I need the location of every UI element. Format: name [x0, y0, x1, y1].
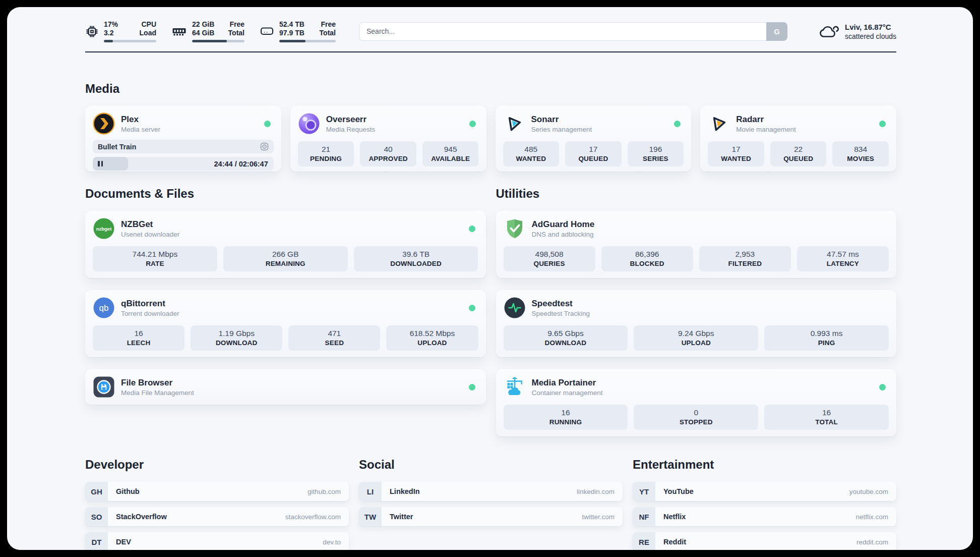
stat-box: 0STOPPED	[634, 405, 758, 430]
filebrowser-icon	[93, 376, 115, 398]
app-card-adguard[interactable]: AdGuard Home DNS and adblocking 498,508Q…	[496, 211, 897, 278]
app-name: Media Portainer	[532, 378, 603, 388]
cpu-progress-fill	[104, 40, 113, 42]
media-cards-row: Plex Media server Bullet Train 24:44 / 0…	[85, 106, 896, 172]
link-abbr-badge: LI	[359, 482, 382, 501]
overseerr-icon	[298, 113, 320, 135]
cpu-icon	[85, 25, 99, 38]
link-row-netflix[interactable]: NF Netflix netflix.com	[633, 507, 896, 526]
section-title-utilities: Utilities	[496, 187, 897, 201]
stat-box: 1.19 GbpsDOWNLOAD	[191, 325, 282, 351]
link-url: dev.to	[323, 538, 349, 546]
section-title-social: Social	[359, 458, 623, 472]
app-subtitle: DNS and adblocking	[532, 231, 595, 238]
stat-box: 86,396BLOCKED	[601, 246, 693, 271]
app-card-nzbget[interactable]: nzbget NZBGet Usenet downloader 744.21 M…	[85, 211, 486, 278]
status-online-dot	[469, 305, 475, 311]
topbar: 17%CPU 3.2Load 22 GiBFree	[85, 20, 896, 42]
stat-box: 17QUEUED	[565, 141, 622, 166]
stat-box: 9.24 GbpsUPLOAD	[634, 325, 758, 351]
status-online-dot	[674, 121, 681, 127]
app-card-qbittorrent[interactable]: qb qBittorrent Torrent downloader 16LEEC…	[85, 290, 486, 357]
app-subtitle: Series management	[531, 126, 592, 133]
link-name: Github	[116, 487, 140, 495]
stat-box: 196SERIES	[628, 141, 684, 166]
app-name: Speedtest	[532, 299, 590, 309]
link-abbr-badge: DT	[85, 532, 108, 550]
link-url: reddit.com	[856, 538, 896, 546]
app-card-portainer[interactable]: Media Portainer Container management 16R…	[496, 369, 897, 436]
metric-label: CPU	[141, 20, 156, 29]
link-name: Twitter	[390, 513, 413, 521]
topbar-divider	[85, 51, 896, 52]
metric-value: 17%	[104, 20, 118, 29]
cpu-metric: 17%CPU 3.2Load	[85, 20, 156, 42]
weather-condition: scattered clouds	[845, 32, 896, 40]
playback-progress-fill	[93, 157, 128, 171]
stat-box: 9.65 GbpsDOWNLOAD	[504, 325, 628, 351]
stat-box: 744.21 MbpsRATE	[93, 246, 217, 271]
app-subtitle: Media server	[121, 126, 160, 133]
link-abbr-badge: TW	[359, 507, 382, 526]
app-name: NZBGet	[121, 219, 179, 230]
link-row-linkedin[interactable]: LI LinkedIn linkedin.com	[359, 482, 623, 501]
link-row-github[interactable]: GH Github github.com	[85, 482, 349, 501]
disk-progressbar	[279, 40, 336, 42]
disk-metric: 52.4 TBFree 97.9 TBTotal	[260, 20, 336, 42]
system-metrics: 17%CPU 3.2Load 22 GiBFree	[85, 20, 336, 42]
ram-icon	[171, 25, 187, 37]
now-playing-title: Bullet Train	[98, 143, 136, 151]
stat-box: 39.6 TBDOWNLOADED	[354, 246, 478, 271]
link-row-youtube[interactable]: YT YouTube youtube.com	[633, 482, 896, 501]
metric-label: Free	[229, 20, 244, 29]
app-card-filebrowser[interactable]: File Browser Media File Management	[85, 369, 486, 405]
link-name: YouTube	[663, 487, 694, 495]
link-row-dev[interactable]: DT DEV dev.to	[85, 532, 349, 550]
weather-widget: Lviv, 16.87°C scattered clouds	[819, 23, 896, 40]
ram-progress-fill	[192, 40, 227, 42]
section-title-developer: Developer	[85, 458, 349, 472]
ram-progressbar	[192, 40, 244, 42]
link-url: linkedin.com	[577, 488, 623, 495]
link-url: netflix.com	[855, 513, 896, 521]
app-card-speedtest[interactable]: Speedtest Speedtest Tracking 9.65 GbpsDO…	[496, 290, 897, 357]
stat-box: 40APPROVED	[360, 141, 416, 166]
app-subtitle: Movie management	[736, 126, 796, 133]
stat-box: 16TOTAL	[764, 405, 889, 430]
status-online-dot	[469, 121, 476, 127]
now-playing-bar: Bullet Train	[93, 140, 274, 153]
app-subtitle: Media File Management	[121, 389, 194, 397]
link-row-reddit[interactable]: RE Reddit reddit.com	[633, 532, 896, 550]
dashboard-frame: 17%CPU 3.2Load 22 GiBFree	[7, 7, 973, 550]
stat-box: 17WANTED	[708, 141, 764, 166]
disk-icon	[260, 25, 274, 37]
playback-progressbar: 24:44 / 02:06:47	[93, 157, 274, 171]
stat-box: 21PENDING	[298, 141, 354, 166]
app-subtitle: Container management	[532, 389, 603, 397]
portainer-icon	[504, 376, 526, 398]
speedtest-icon	[504, 297, 526, 319]
link-url: youtube.com	[849, 488, 896, 495]
app-card-overseerr[interactable]: Overseerr Media Requests 21PENDING 40APP…	[290, 106, 486, 172]
link-abbr-badge: NF	[633, 507, 655, 526]
stat-box: 266 GBREMAINING	[223, 246, 348, 271]
app-card-radarr[interactable]: Radarr Movie management 17WANTED 22QUEUE…	[700, 106, 896, 172]
radarr-icon	[708, 113, 730, 135]
stat-box: 16RUNNING	[504, 405, 628, 430]
link-url: twitter.com	[582, 513, 623, 521]
app-card-plex[interactable]: Plex Media server Bullet Train 24:44 / 0…	[85, 106, 281, 172]
app-name: Plex	[121, 115, 160, 125]
weather-location: Lviv, 16.87°C	[845, 23, 896, 31]
search-input[interactable]	[359, 22, 787, 41]
metric-label: Total	[228, 29, 244, 37]
links-column-developer: Developer GH Github github.com SO StackO…	[85, 436, 349, 550]
app-card-sonarr[interactable]: Sonarr Series management 485WANTED 17QUE…	[496, 106, 692, 172]
link-row-stackoverflow[interactable]: SO StackOverflow stackoverflow.com	[85, 507, 349, 526]
search-engine-button[interactable]: G	[766, 22, 787, 41]
link-row-twitter[interactable]: TW Twitter twitter.com	[359, 507, 623, 526]
app-subtitle: Torrent downloader	[121, 310, 179, 317]
link-name: StackOverflow	[116, 513, 167, 521]
link-url: github.com	[308, 488, 349, 495]
link-name: LinkedIn	[390, 487, 420, 495]
section-title-documents: Documents & Files	[85, 187, 486, 201]
